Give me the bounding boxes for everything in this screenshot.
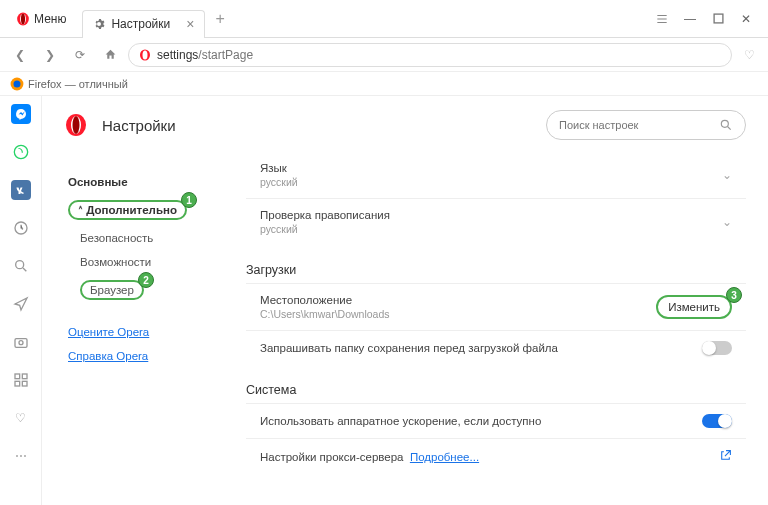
svg-rect-16 [22,381,27,386]
proxy-more-link[interactable]: Подробнее... [410,451,479,463]
gear-icon [93,18,105,30]
chevron-down-icon: ⌄ [722,215,732,229]
tab-close-icon[interactable]: × [186,16,194,32]
svg-point-10 [15,261,23,269]
svg-point-5 [143,50,148,59]
row-spellcheck[interactable]: Проверка правописаниярусский ⌄ [246,198,746,245]
step-badge-3: 3 [726,287,742,303]
bookmark-bar: Firefox — отличный [0,72,768,96]
heart-side-icon[interactable]: ♡ [11,408,31,428]
chevron-up-icon: ˄ [78,205,83,216]
opera-small-icon [139,49,151,61]
menu-button[interactable]: Меню [8,10,74,28]
toggle-ask[interactable] [702,341,732,355]
svg-point-20 [721,120,728,127]
vk-icon[interactable] [11,180,31,200]
step-badge-1: 1 [181,192,197,208]
address-bar[interactable]: settings/startPage [128,43,732,67]
firefox-icon [10,77,24,91]
back-button[interactable]: ❮ [8,43,32,67]
send-icon[interactable] [11,294,31,314]
svg-point-19 [73,116,80,134]
section-system: Система [246,383,746,397]
grid-icon[interactable] [11,370,31,390]
sidebar-item-main[interactable]: Основные [64,170,236,194]
page-title: Настройки [102,117,176,134]
svg-rect-11 [15,339,27,348]
search-icon [719,118,733,132]
camera-icon[interactable] [11,332,31,352]
row-ask-folder: Запрашивать папку сохранения перед загру… [246,330,746,365]
toolbar: ❮ ❯ ⟳ settings/startPage ♡ [0,38,768,72]
search-input[interactable] [559,119,711,131]
external-link-icon[interactable] [719,449,732,465]
settings-sidebar: Основные ˄ Дополнительно 1 Безопасность … [64,148,236,505]
opera-logo-icon [64,113,88,137]
titlebar: Меню Настройки × + — ✕ [0,0,768,38]
reload-button[interactable]: ⟳ [68,43,92,67]
whatsapp-icon[interactable] [11,142,31,162]
close-button[interactable]: ✕ [732,5,760,33]
svg-point-12 [19,341,23,345]
side-icons: ♡ ⋯ [0,96,42,505]
step-badge-2: 2 [138,272,154,288]
row-proxy: Настройки прокси-сервера Подробнее... [246,438,746,475]
sidebar-link-rate[interactable]: Оцените Opera [64,320,236,344]
toggle-hardware[interactable] [702,414,732,428]
easy-setup-icon[interactable] [648,5,676,33]
settings-header: Настройки [64,110,746,140]
sidebar-item-features[interactable]: Возможности [64,250,236,274]
search-side-icon[interactable] [11,256,31,276]
svg-rect-3 [714,14,723,23]
tab-settings[interactable]: Настройки × [82,10,205,38]
messenger-icon[interactable] [11,104,31,124]
minimize-button[interactable]: — [676,5,704,33]
forward-button[interactable]: ❯ [38,43,62,67]
settings-main: Языкрусский ⌄ Проверка правописаниярусск… [246,148,746,505]
section-downloads: Загрузки [246,263,746,277]
svg-rect-15 [15,381,20,386]
maximize-button[interactable] [704,5,732,33]
home-button[interactable] [98,43,122,67]
svg-point-2 [21,13,25,24]
new-tab-button[interactable]: + [215,10,224,28]
svg-rect-14 [22,374,27,379]
row-location: МестоположениеC:\Users\kmwar\Downloads И… [246,283,746,330]
sidebar-item-browser[interactable]: Браузер 2 [64,274,236,306]
sidebar-link-help[interactable]: Справка Opera [64,344,236,368]
sidebar-item-security[interactable]: Безопасность [64,226,236,250]
sidebar-item-advanced[interactable]: ˄ Дополнительно 1 [64,194,236,226]
opera-icon [16,12,30,26]
clock-icon[interactable] [11,218,31,238]
heart-icon[interactable]: ♡ [738,44,760,66]
svg-point-8 [14,145,27,158]
search-box[interactable] [546,110,746,140]
svg-rect-13 [15,374,20,379]
change-button[interactable]: Изменить 3 [656,295,732,319]
row-hardware: Использовать аппаратное ускорение, если … [246,403,746,438]
row-language[interactable]: Языкрусский ⌄ [246,152,746,198]
bookmark-item[interactable]: Firefox — отличный [28,78,128,90]
chevron-down-icon: ⌄ [722,168,732,182]
svg-point-7 [14,80,21,87]
ellipsis-icon[interactable]: ⋯ [11,446,31,466]
